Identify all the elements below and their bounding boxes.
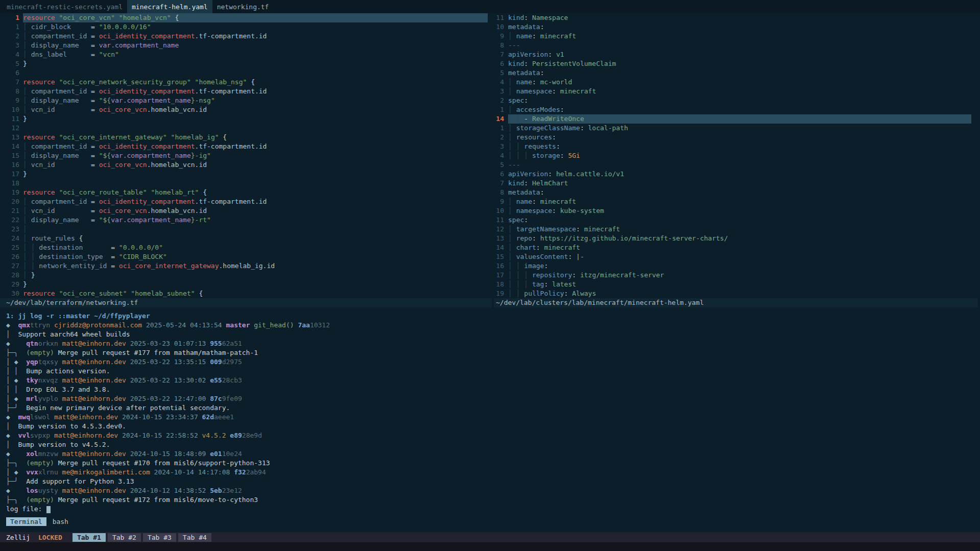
code-line[interactable]: 14│ │ - ReadWriteOnce xyxy=(494,114,978,124)
code-line[interactable]: 18 xyxy=(0,179,492,188)
code-line[interactable]: 6apiVersion: helm.cattle.io/v1 xyxy=(494,170,978,179)
indent-guide: │ xyxy=(508,78,516,86)
code-line[interactable]: 8│ compartment_id = oci_identity_compart… xyxy=(0,87,492,96)
code-line[interactable]: 12│ targetNamespace: minecraft xyxy=(494,225,978,234)
code-segment: : xyxy=(540,69,544,77)
code-line[interactable]: 1│ accessModes: xyxy=(494,105,978,114)
code-segment: resource xyxy=(23,133,55,141)
buffer-tab[interactable]: minecraft-helm.yaml xyxy=(127,0,212,13)
code-line[interactable]: 1resource "oci_core_vcn" "homelab_vcn" { xyxy=(0,13,492,22)
code-line[interactable]: 11spec: xyxy=(494,215,978,225)
code-line[interactable]: 7resource "oci_core_network_security_gro… xyxy=(0,78,492,87)
code-line[interactable]: 19resource "oci_core_route_table" "homel… xyxy=(0,188,492,197)
code-line[interactable]: 28│ } xyxy=(0,271,492,280)
statusline-left: ~/dev/lab/terraform/networking.tf xyxy=(0,298,492,307)
code-line[interactable]: 17} xyxy=(0,170,492,179)
terminal-pane[interactable]: 1: jj log -r ::master ~/d/ffpyplayer ◆ q… xyxy=(0,312,980,514)
code-line[interactable]: 21│ vcn_id = oci_core_vcn.homelab_vcn.id xyxy=(0,206,492,215)
code-line[interactable]: 4│ name: mc-world xyxy=(494,78,978,87)
code-line[interactable]: 15│ valuesContent: |- xyxy=(494,252,978,261)
code-text: │ │ destination_type = "CIDR_BLOCK" xyxy=(23,252,488,261)
code-line[interactable]: 15│ display_name = "${var.compartment_na… xyxy=(0,151,492,160)
code-line[interactable]: 25│ │ destination = "0.0.0.0/0" xyxy=(0,243,492,252)
code-line[interactable]: 8--- xyxy=(494,41,978,50)
code-line[interactable]: 30resource "oci_core_subnet" "homelab_su… xyxy=(0,289,492,298)
line-number: 25 xyxy=(6,243,19,252)
code-line[interactable]: 27│ │ network_entity_id = oci_core_inter… xyxy=(0,261,492,271)
code-line[interactable]: 4│ │ │ storage: 5Gi xyxy=(494,151,978,160)
code-line[interactable]: 24│ route_rules { xyxy=(0,234,492,243)
terminal-tab-bash[interactable]: bash xyxy=(53,518,68,525)
code-segment: tag xyxy=(532,280,544,288)
code-segment: oci_identity_compartment xyxy=(99,32,195,40)
zellij-tab[interactable]: Tab #1 xyxy=(73,533,106,542)
code-line[interactable]: 11} xyxy=(0,114,492,124)
code-line[interactable]: 7apiVersion: v1 xyxy=(494,50,978,59)
code-line[interactable]: 29} xyxy=(0,280,492,289)
code-line[interactable]: 4│ dns_label = "vcn" xyxy=(0,50,492,59)
graph-glyph: ◆ xyxy=(6,432,18,439)
code-line[interactable]: 3│ │ requests: xyxy=(494,142,978,151)
code-line[interactable]: 17│ │ │ repository: itzg/minecraft-serve… xyxy=(494,271,978,280)
code-line[interactable]: 9│ display_name = "${var.compartment_nam… xyxy=(0,96,492,105)
prompt-line[interactable]: log file: xyxy=(6,505,980,514)
code-line[interactable]: 13resource "oci_core_internet_gateway" "… xyxy=(0,133,492,142)
line-number: 22 xyxy=(6,215,19,225)
log-segment: e55 xyxy=(210,376,222,384)
log-segment: matt@einhorn.dev xyxy=(62,340,126,347)
line-number: 7 xyxy=(496,50,504,59)
code-line[interactable]: 16│ │ image: xyxy=(494,261,978,271)
log-segment: Add support for Python 3.13 xyxy=(26,477,134,485)
code-line[interactable]: 14│ chart: minecraft xyxy=(494,243,978,252)
jj-log-line: ◆ losuysty matt@einhorn.dev 2024-10-12 1… xyxy=(6,486,980,495)
terminal-tab-active[interactable]: Terminal xyxy=(6,517,46,526)
code-line[interactable]: 13│ repo: https://itzg.github.io/minecra… xyxy=(494,234,978,243)
code-line[interactable]: 7kind: HelmChart xyxy=(494,179,978,188)
code-line[interactable]: 12 xyxy=(0,124,492,133)
code-line[interactable]: 26│ │ destination_type = "CIDR_BLOCK" xyxy=(0,252,492,261)
editor-split-terraform[interactable]: 1resource "oci_core_vcn" "homelab_vcn" {… xyxy=(0,13,492,307)
code-line[interactable]: 6 xyxy=(0,68,492,78)
code-line[interactable]: 3│ namespace: minecraft xyxy=(494,87,978,96)
code-line[interactable]: 9│ name: minecraft xyxy=(494,197,978,206)
code-line[interactable]: 10metadata: xyxy=(494,22,978,32)
code-line[interactable]: 9│ name: minecraft xyxy=(494,32,978,41)
code-line[interactable]: 1│ storageClassName: local-path xyxy=(494,124,978,133)
code-line[interactable]: 18│ │ │ tag: latest xyxy=(494,280,978,289)
code-line[interactable]: 20│ compartment_id = oci_identity_compar… xyxy=(0,197,492,206)
code-line[interactable]: 2│ compartment_id = oci_identity_compart… xyxy=(0,32,492,41)
code-segment: namespace xyxy=(516,87,552,95)
code-line[interactable]: 10│ vcn_id = oci_core_vcn.homelab_vcn.id xyxy=(0,105,492,114)
code-line[interactable]: 5} xyxy=(0,59,492,68)
code-line[interactable]: 16│ vcn_id = oci_core_vcn.homelab_vcn.id xyxy=(0,160,492,170)
editor-split-yaml[interactable]: 11kind: Namespace10metadata:9│ name: min… xyxy=(494,13,978,307)
code-line[interactable]: 14│ compartment_id = oci_identity_compar… xyxy=(0,142,492,151)
code-line[interactable]: 3│ display_name = var.compartment_name xyxy=(0,41,492,50)
code-line[interactable]: 5--- xyxy=(494,160,978,170)
code-segment: compartment_id xyxy=(31,87,87,95)
code-segment: requests xyxy=(524,142,556,150)
log-segment xyxy=(58,468,62,476)
code-line[interactable]: 5metadata: xyxy=(494,68,978,78)
code-line[interactable]: 11kind: Namespace xyxy=(494,13,978,22)
code-line[interactable]: 2│ resources: xyxy=(494,133,978,142)
zellij-tab[interactable]: Tab #4 xyxy=(178,533,211,542)
zellij-tabs: Tab #1Tab #2Tab #3Tab #4 xyxy=(73,534,213,541)
zellij-tab[interactable]: Tab #2 xyxy=(108,533,141,542)
line-number: 9 xyxy=(6,96,19,105)
code-line[interactable]: 23│ xyxy=(0,225,492,234)
code-segment: .tf-compartment.id xyxy=(195,142,267,150)
code-line[interactable]: 22│ display_name = "${var.compartment_na… xyxy=(0,215,492,225)
code-line[interactable]: 19│ │ pullPolicy: Always xyxy=(494,289,978,298)
log-segment: 2024-10-12 14:38:52 xyxy=(130,487,206,494)
buffer-tab[interactable]: networking.tf xyxy=(212,0,274,13)
code-line[interactable]: 1│ cidr_block = "10.0.0.0/16" xyxy=(0,22,492,32)
log-segment: xol xyxy=(26,450,38,458)
code-line[interactable]: 6kind: PersistentVolumeClaim xyxy=(494,59,978,68)
code-line[interactable]: 2spec: xyxy=(494,96,978,105)
buffer-tab[interactable]: minecraft-restic-secrets.yaml xyxy=(2,0,127,13)
code-line[interactable]: 10│ namespace: kube-system xyxy=(494,206,978,215)
jj-log-line: │ │ Drop EOL 3.7 and 3.8. xyxy=(6,385,980,394)
code-line[interactable]: 8metadata: xyxy=(494,188,978,197)
zellij-tab[interactable]: Tab #3 xyxy=(143,533,176,542)
